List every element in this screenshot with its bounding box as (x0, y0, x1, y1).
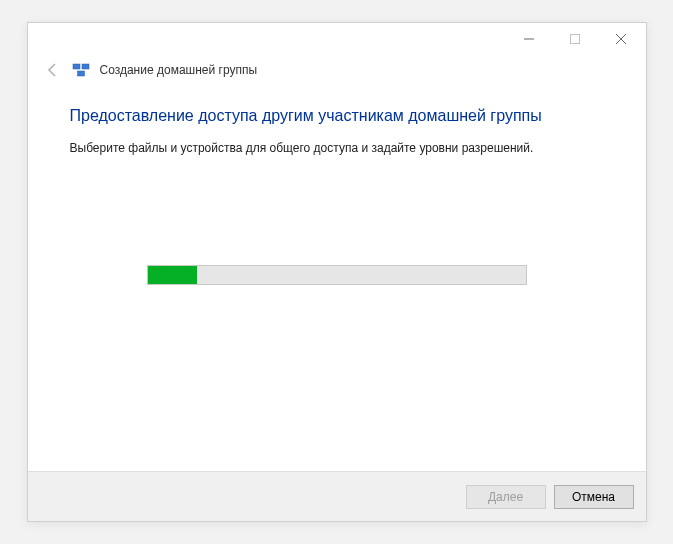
svg-rect-6 (77, 71, 84, 76)
progress-bar (147, 265, 527, 285)
footer: Далее Отмена (28, 471, 646, 521)
page-heading: Предоставление доступа другим участникам… (70, 107, 604, 125)
cancel-button[interactable]: Отмена (554, 485, 634, 509)
progress-fill (148, 266, 197, 284)
window-title: Создание домашней группы (100, 63, 258, 77)
maximize-button (552, 24, 598, 54)
back-arrow-icon (44, 61, 62, 79)
minimize-button[interactable] (506, 24, 552, 54)
homegroup-icon (72, 61, 90, 79)
svg-rect-5 (82, 64, 89, 69)
next-button: Далее (466, 485, 546, 509)
wizard-window: Создание домашней группы Предоставление … (27, 22, 647, 522)
close-button[interactable] (598, 24, 644, 54)
svg-rect-4 (73, 64, 80, 69)
content-area: Предоставление доступа другим участникам… (28, 89, 646, 471)
svg-rect-1 (570, 35, 579, 44)
page-subtext: Выберите файлы и устройства для общего д… (70, 141, 604, 155)
titlebar (28, 23, 646, 55)
header-row: Создание домашней группы (28, 55, 646, 89)
